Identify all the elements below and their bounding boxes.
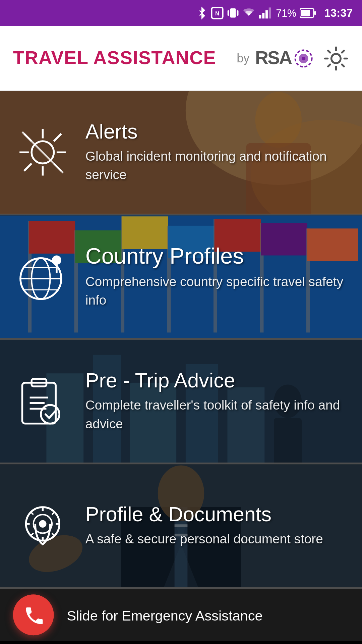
svg-rect-11 <box>314 11 316 15</box>
svg-line-28 <box>54 134 61 141</box>
status-bar: N 71% 13:37 <box>0 0 362 26</box>
bottom-bar: Slide for Emergency Assistance <box>0 589 362 641</box>
rsa-circle-icon <box>293 48 314 68</box>
svg-point-51 <box>52 256 61 265</box>
profile-documents-menu-item[interactable]: Profile & Documents A safe & secure pers… <box>0 465 362 589</box>
emergency-slide-text: Slide for Emergency Assistance <box>67 607 262 623</box>
svg-line-86 <box>52 512 55 515</box>
app-header: TRAVEL ASSISTANCE by RSA <box>0 26 362 91</box>
profile-description: A safe & secure personal document store <box>85 531 323 549</box>
bluetooth-icon <box>196 6 207 19</box>
settings-icon[interactable] <box>323 45 349 71</box>
country-icon <box>15 249 70 305</box>
svg-rect-10 <box>301 10 310 16</box>
pre-trip-menu-item[interactable]: Pre - Trip Advice Complete traveller's t… <box>0 340 362 465</box>
svg-line-87 <box>31 533 33 536</box>
profile-icon <box>15 498 70 553</box>
alerts-title: Alerts <box>85 120 347 144</box>
alerts-icon <box>15 124 70 180</box>
country-content: Country Profiles Comprehensive country s… <box>0 215 362 338</box>
profile-text: Profile & Documents A safe & secure pers… <box>85 503 323 549</box>
svg-rect-5 <box>259 15 261 18</box>
alerts-content: Alerts Global incident monitoring and no… <box>0 91 362 214</box>
pretrip-description: Complete traveller's toolkit of safety i… <box>85 397 347 434</box>
nfc-icon: N <box>211 6 224 19</box>
country-profiles-menu-item[interactable]: Country Profiles Comprehensive country s… <box>0 215 362 340</box>
svg-rect-8 <box>269 7 271 18</box>
svg-point-14 <box>302 56 305 60</box>
pretrip-icon <box>15 373 70 429</box>
profile-content: Profile & Documents A safe & secure pers… <box>0 465 362 587</box>
svg-line-85 <box>52 533 55 536</box>
profile-title: Profile & Documents <box>85 503 323 527</box>
menu-container: Alerts Global incident monitoring and no… <box>0 91 362 589</box>
pretrip-title: Pre - Trip Advice <box>85 369 347 393</box>
svg-text:N: N <box>216 10 220 17</box>
pretrip-content: Pre - Trip Advice Complete traveller's t… <box>0 340 362 463</box>
vibrate-icon <box>228 6 239 19</box>
svg-rect-3 <box>228 10 230 16</box>
battery-icon <box>300 7 317 18</box>
wifi-icon <box>243 7 256 18</box>
rsa-text: RSA <box>255 47 292 69</box>
battery-percent: 71% <box>276 7 296 18</box>
header-by: by <box>237 51 249 65</box>
svg-point-15 <box>331 53 341 63</box>
country-text: Country Profiles Comprehensive country s… <box>85 244 347 310</box>
country-description: Comprehensive country specific travel sa… <box>85 273 347 310</box>
svg-rect-4 <box>237 10 239 16</box>
emergency-call-button[interactable] <box>13 594 54 635</box>
app-title: TRAVEL ASSISTANCE <box>13 47 237 69</box>
svg-line-29 <box>24 163 32 171</box>
alerts-description: Global incident monitoring and notificat… <box>85 148 347 184</box>
status-time: 13:37 <box>324 6 353 19</box>
pretrip-text: Pre - Trip Advice Complete traveller's t… <box>85 369 347 434</box>
svg-rect-6 <box>262 13 265 19</box>
alerts-text: Alerts Global incident monitoring and no… <box>85 120 347 184</box>
alerts-menu-item[interactable]: Alerts Global incident monitoring and no… <box>0 91 362 215</box>
signal-icon <box>259 7 272 18</box>
svg-rect-2 <box>231 8 236 18</box>
country-title: Country Profiles <box>85 244 347 270</box>
svg-point-79 <box>39 520 46 528</box>
phone-icon <box>23 605 44 625</box>
status-icons: N 71% 13:37 <box>196 6 353 19</box>
rsa-logo: RSA <box>255 47 314 69</box>
svg-line-84 <box>31 512 33 515</box>
svg-rect-7 <box>266 10 268 18</box>
